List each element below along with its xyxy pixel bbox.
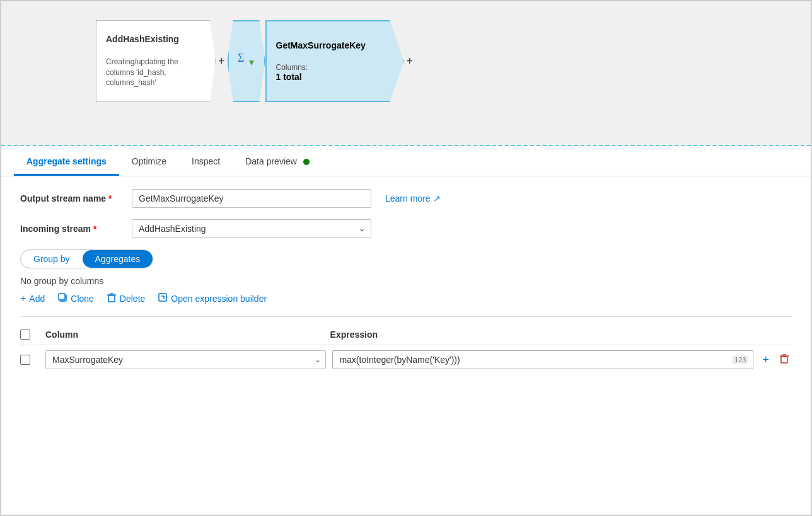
tab-inspect[interactable]: Inspect [179, 149, 233, 176]
node-aggregate-icon[interactable]: Σ [228, 20, 265, 102]
expression-header: Expression [330, 330, 748, 340]
learn-more-link[interactable]: Learn more ↗ [385, 193, 441, 204]
svg-rect-3 [59, 294, 65, 300]
delete-button[interactable]: Delete [107, 292, 145, 305]
form-area: Output stream name * Learn more ↗ Incomi… [1, 176, 811, 515]
row-checkbox [20, 355, 39, 365]
incoming-stream-row: Incoming stream * AddHashExisting ⌄ [20, 219, 792, 238]
svg-rect-8 [781, 357, 787, 363]
expression-input-wrapper: 123 [332, 350, 753, 369]
group-by-section: No group by columns + Add Clone [20, 276, 792, 305]
column-input[interactable] [45, 350, 326, 369]
incoming-stream-label: Incoming stream * [20, 224, 124, 234]
incoming-stream-select[interactable]: AddHashExisting [132, 219, 371, 238]
output-stream-label: Output stream name * [20, 193, 124, 204]
header-checkbox [20, 330, 39, 340]
node-get-max-columns-value: 1 total [276, 72, 393, 82]
add-row-button[interactable]: + [760, 352, 772, 368]
svg-marker-1 [249, 60, 254, 66]
column-header: Column [45, 330, 324, 340]
node-get-max-title: GetMaxSurrogateKey [276, 40, 393, 50]
tab-optimize[interactable]: Optimize [119, 149, 179, 176]
expression-badge: 123 [732, 355, 748, 364]
table-row: ⌄ 123 + [20, 345, 792, 374]
toggle-group-by[interactable]: Group by [21, 250, 83, 268]
required-star-output: * [108, 193, 112, 204]
svg-rect-4 [108, 295, 115, 302]
delete-icon [107, 292, 117, 305]
node-get-max-columns-label: Columns: [276, 63, 393, 72]
svg-rect-7 [159, 294, 166, 301]
pipeline-nodes: AddHashExisting Creating/updating the co… [96, 20, 415, 102]
canvas-area: AddHashExisting Creating/updating the co… [1, 1, 811, 146]
action-bar: + Add Clone [20, 292, 792, 305]
table-section: Column Expression ⌄ 123 [20, 316, 792, 374]
column-input-wrapper: ⌄ [45, 350, 326, 369]
row-actions: + [760, 352, 792, 368]
expression-input[interactable] [332, 350, 753, 369]
add-icon: + [20, 293, 26, 304]
incoming-stream-select-wrapper: AddHashExisting ⌄ [132, 219, 371, 238]
svg-text:Σ: Σ [238, 52, 244, 64]
plus-connector-2: + [407, 55, 414, 68]
node-add-hash-desc: Creating/updating the columns 'id_hash, … [106, 57, 206, 88]
add-button[interactable]: + Add [20, 293, 45, 304]
plus-connector-1: + [218, 55, 225, 68]
external-link-icon: ↗ [433, 193, 441, 204]
required-star-incoming: * [93, 224, 96, 234]
node-add-hash[interactable]: AddHashExisting Creating/updating the co… [96, 20, 216, 102]
header-checkbox-box[interactable] [20, 330, 30, 340]
tab-aggregate-settings[interactable]: Aggregate settings [14, 149, 119, 176]
app-wrapper: AddHashExisting Creating/updating the co… [0, 0, 812, 516]
no-group-text: No group by columns [20, 276, 792, 286]
output-stream-row: Output stream name * Learn more ↗ [20, 189, 792, 208]
row-checkbox-box[interactable] [20, 355, 30, 365]
open-builder-icon [158, 292, 168, 305]
table-header: Column Expression [20, 324, 792, 345]
toggle-group: Group by Aggregates [20, 249, 153, 268]
node-get-max[interactable]: GetMaxSurrogateKey Columns: 1 total [265, 20, 404, 102]
output-stream-input[interactable] [132, 189, 371, 208]
settings-panel: Aggregate settings Optimize Inspect Data… [1, 146, 811, 515]
clone-icon [57, 292, 67, 305]
tabs-bar: Aggregate settings Optimize Inspect Data… [1, 146, 811, 176]
sigma-icon: Σ [236, 49, 257, 73]
clone-button[interactable]: Clone [57, 292, 94, 305]
tab-data-preview[interactable]: Data preview [233, 149, 322, 176]
data-preview-dot [303, 159, 310, 165]
open-expression-builder-button[interactable]: Open expression builder [158, 292, 267, 305]
delete-row-button[interactable] [777, 352, 792, 368]
node-add-hash-title: AddHashExisting [106, 34, 206, 44]
toggle-aggregates[interactable]: Aggregates [83, 250, 153, 268]
